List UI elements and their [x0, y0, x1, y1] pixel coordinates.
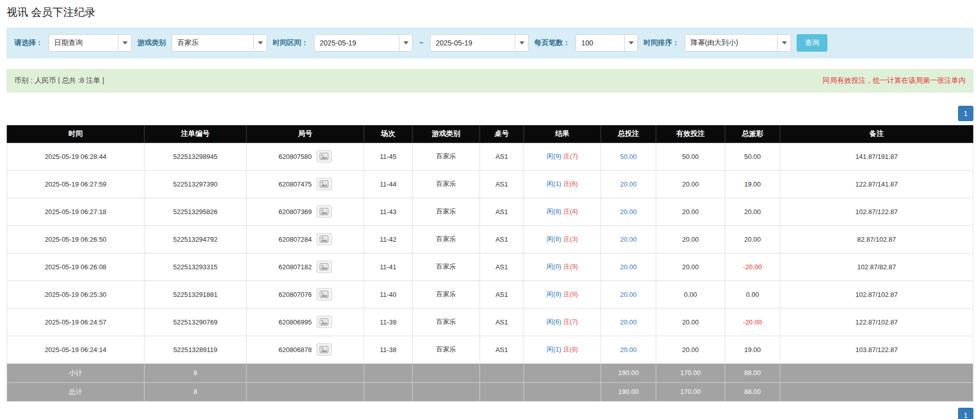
image-icon [320, 346, 328, 353]
cell-game-type: 百家乐 [413, 198, 480, 225]
cell-table-no: AS1 [480, 308, 524, 336]
time-sort-dropdown-button[interactable] [777, 35, 791, 51]
date-type-select[interactable]: 日期查询 [49, 34, 132, 52]
image-icon [320, 291, 328, 298]
search-button[interactable]: 查询 [797, 34, 827, 52]
cell-bet-no: 522513294792 [145, 225, 247, 253]
cell-bet-no: 522513293315 [145, 253, 247, 281]
date-type-dropdown-button[interactable] [118, 35, 131, 51]
page-size-select[interactable]: 100 [576, 34, 638, 52]
total-bet-link[interactable]: 20.00 [620, 346, 637, 354]
date-to-dropdown-button[interactable] [515, 35, 528, 51]
round-media-button[interactable] [317, 178, 332, 190]
round-media-button[interactable] [317, 150, 332, 162]
total-bet-link[interactable]: 20.00 [620, 318, 637, 326]
cell-round-no: 620807580 [247, 143, 364, 170]
range-separator: ~ [419, 39, 423, 47]
total-bet-link[interactable]: 20.00 [620, 208, 637, 216]
round-media-button[interactable] [317, 316, 332, 328]
date-from-select[interactable]: 2025-05-19 [314, 34, 413, 52]
col-payout: 总派彩 [725, 125, 780, 143]
total-bet-link[interactable]: 20.00 [620, 291, 637, 298]
cell-bet-no: 522513290769 [145, 308, 247, 336]
cell-time: 2025-05-19 06:24:14 [7, 336, 145, 363]
subtotal-row: 小计 8 190.00 170.00 88.00 [7, 363, 973, 382]
cell-time: 2025-05-19 06:24:57 [7, 308, 145, 336]
total-bet-link[interactable]: 20.00 [620, 263, 637, 271]
cell-round-no: 620806878 [247, 336, 364, 363]
cell-bet-no: 522513298945 [145, 143, 247, 170]
total-bet-link[interactable]: 20.00 [620, 236, 637, 243]
cell-total-bet: 20.00 [601, 336, 656, 363]
subtotal-label: 小计 [7, 363, 145, 382]
date-from-dropdown-button[interactable] [399, 35, 412, 51]
cell-table-no: AS1 [480, 225, 524, 253]
cell-total-bet: 20.00 [601, 253, 656, 281]
records-table: 时间 注单编号 局号 场次 游戏类别 桌号 结果 总投注 有效投注 总派彩 备注… [7, 125, 973, 402]
cell-total-bet: 20.00 [601, 308, 656, 336]
result-banker: 庄(3) [563, 235, 578, 243]
time-sort-select[interactable]: 降幂(由大到小) [685, 34, 791, 52]
table-body: 2025-05-19 06:28:44522513298945620807580… [7, 143, 973, 363]
total-bet-link[interactable]: 50.00 [620, 153, 637, 160]
page-1-button[interactable]: 1 [958, 106, 973, 121]
cell-game-type: 百家乐 [413, 143, 480, 170]
page-size-dropdown-button[interactable] [624, 35, 637, 51]
chevron-down-icon [629, 41, 634, 44]
cell-payout: -20.00 [725, 253, 780, 281]
cell-game-type: 百家乐 [413, 336, 480, 363]
table-row: 2025-05-19 06:24:14522513289119620806878… [7, 336, 973, 363]
cell-table-no: AS1 [480, 198, 524, 225]
round-media-button[interactable] [317, 205, 332, 218]
image-icon [320, 180, 328, 188]
cell-session: 11-45 [364, 143, 413, 170]
cell-result: 闲(1) 庄(6) [524, 170, 601, 198]
round-media-button[interactable] [317, 288, 332, 300]
game-type-value: 百家乐 [172, 35, 253, 51]
cell-round-no: 620807475 [247, 170, 364, 198]
cell-valid-bet: 20.00 [656, 198, 725, 225]
game-type-dropdown-button[interactable] [253, 35, 267, 51]
cell-remark: 102.87/122.87 [780, 198, 973, 225]
cell-bet-no: 522513289119 [145, 336, 247, 363]
date-to-select[interactable]: 2025-05-19 [430, 34, 529, 52]
subtotal-valid-bet: 170.00 [656, 363, 725, 382]
cell-session: 11-40 [364, 281, 413, 308]
table-row: 2025-05-19 06:25:30522513291881620807076… [7, 281, 973, 308]
cell-valid-bet: 20.00 [656, 225, 725, 253]
cell-table-no: AS1 [480, 143, 524, 170]
cell-valid-bet: 20.00 [656, 253, 725, 281]
chevron-down-icon [258, 41, 263, 44]
grand-total-row: 总计 8 190.00 170.00 88.00 [7, 382, 973, 401]
bottom-pagination: 1 [7, 408, 973, 419]
round-media-button[interactable] [317, 343, 332, 356]
page-title: 视讯 会员下注纪录 [7, 5, 973, 19]
cell-payout: 20.00 [725, 225, 780, 253]
round-media-button[interactable] [317, 233, 332, 245]
date-type-value: 日期查询 [49, 35, 118, 51]
cell-session: 11-42 [364, 225, 413, 253]
cell-game-type: 百家乐 [413, 253, 480, 281]
chevron-down-icon [782, 41, 787, 44]
grand-total-valid-bet: 170.00 [656, 382, 725, 401]
total-bet-link[interactable]: 20.00 [620, 180, 637, 188]
cell-remark: 102.87/102.87 [780, 281, 973, 308]
table-row: 2025-05-19 06:26:50522513294792620807284… [7, 225, 973, 253]
result-player: 闲(1) [546, 345, 561, 353]
page-1-button[interactable]: 1 [958, 408, 973, 419]
cell-game-type: 百家乐 [413, 225, 480, 253]
cell-remark: 122.87/102.87 [780, 308, 973, 336]
cell-result: 闲(1) 庄(8) [524, 336, 601, 363]
cell-payout: 50.00 [725, 143, 780, 170]
time-sort-label: 时间排序： [643, 38, 679, 48]
result-banker: 庄(7) [563, 318, 578, 325]
game-type-select[interactable]: 百家乐 [172, 34, 267, 52]
cell-session: 11-38 [364, 336, 413, 363]
col-result: 结果 [524, 125, 601, 143]
cell-round-no: 620807076 [247, 281, 364, 308]
result-player: 闲(1) [546, 180, 561, 188]
subtotal-total-bet: 190.00 [601, 363, 656, 382]
cell-bet-no: 522513297390 [145, 170, 247, 198]
round-media-button[interactable] [317, 261, 332, 273]
cell-time: 2025-05-19 06:27:18 [7, 198, 145, 225]
